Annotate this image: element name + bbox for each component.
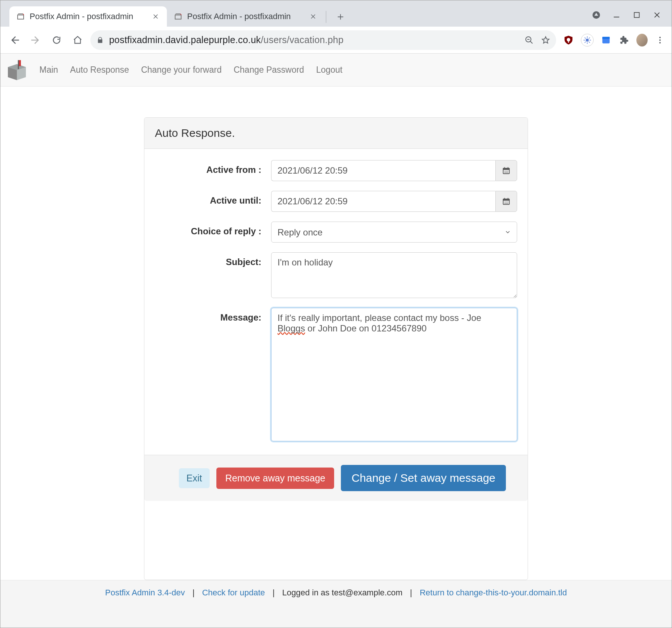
footer-version-link[interactable]: Postfix Admin 3.4-dev (105, 588, 185, 597)
textarea-subject[interactable]: I'm on holiday (271, 252, 517, 298)
favicon-icon (16, 12, 25, 21)
url-path: /users/vacation.php (261, 34, 344, 45)
lock-icon (96, 36, 104, 44)
window-close-icon[interactable] (652, 10, 662, 20)
panel-title: Auto Response. (155, 127, 517, 139)
url-text: postfixadmin.david.palepurple.co.uk/user… (109, 34, 344, 45)
panel-footer: Exit Remove away message Change / Set aw… (144, 455, 528, 501)
browser-tab[interactable]: Postfix Admin - postfixadmin (167, 6, 324, 27)
window-maximize-icon[interactable] (632, 10, 642, 20)
profile-avatar[interactable] (636, 34, 648, 46)
svg-line-11 (589, 42, 590, 43)
page-footer: Postfix Admin 3.4-dev | Check for update… (0, 580, 672, 628)
window-minimize-icon[interactable] (612, 10, 621, 20)
browser-tab-active[interactable]: Postfix Admin - postfixadmin (9, 6, 167, 27)
svg-rect-4 (568, 41, 569, 43)
svg-point-16 (659, 37, 661, 38)
label-message: Message: (155, 308, 271, 441)
extension-icon[interactable] (600, 34, 612, 46)
browser-toolbar: postfixadmin.david.palepurple.co.uk/user… (0, 27, 672, 54)
svg-rect-15 (602, 37, 610, 39)
message-text-suffix: or John Doe on 01234567890 (305, 323, 426, 333)
tab-title: Postfix Admin - postfixadmin (187, 12, 304, 21)
zoom-icon[interactable] (525, 36, 534, 45)
nav-link-change-password[interactable]: Change Password (231, 65, 307, 75)
svg-point-5 (586, 39, 589, 42)
datepicker-button[interactable] (495, 191, 517, 212)
svg-line-12 (585, 42, 586, 43)
submit-away-message-button[interactable]: Change / Set away message (341, 465, 506, 491)
svg-point-17 (659, 39, 661, 41)
footer-separator: | (410, 588, 412, 597)
favicon-icon (174, 12, 183, 21)
tab-close-icon[interactable] (151, 12, 160, 21)
svg-line-13 (589, 37, 590, 39)
svg-rect-19 (19, 60, 21, 66)
url-host: postfixadmin.david.palepurple.co.uk (109, 34, 261, 45)
svg-rect-28 (503, 199, 510, 201)
bookmark-star-icon[interactable] (541, 36, 550, 45)
remove-away-message-button[interactable]: Remove away message (216, 468, 334, 489)
input-active-until[interactable] (271, 191, 495, 212)
label-choice-of-reply: Choice of reply : (155, 222, 271, 243)
nav-link-main[interactable]: Main (36, 65, 61, 75)
tab-close-icon[interactable] (309, 12, 318, 21)
datepicker-button[interactable] (495, 160, 517, 181)
exit-button[interactable]: Exit (179, 468, 210, 488)
app-logo-icon (3, 57, 30, 84)
svg-point-18 (659, 42, 661, 43)
app-navbar: Main Auto Response Change your forward C… (0, 54, 672, 87)
footer-check-update-link[interactable]: Check for update (202, 588, 265, 597)
footer-return-link[interactable]: Return to change-this-to-your.domain.tld (420, 588, 567, 597)
svg-line-10 (585, 37, 586, 39)
nav-forward-icon (27, 32, 44, 48)
footer-separator: | (192, 588, 195, 597)
new-tab-button[interactable] (332, 9, 349, 25)
browser-titlebar: Postfix Admin - postfixadmin Postfix Adm… (0, 0, 672, 27)
svg-rect-1 (634, 12, 639, 17)
label-active-from: Active from : (155, 160, 271, 181)
nav-link-change-forward[interactable]: Change your forward (138, 65, 225, 75)
extensions-menu-icon[interactable] (618, 34, 630, 46)
input-active-from[interactable] (271, 160, 495, 181)
calendar-icon (502, 166, 510, 175)
tab-separator (326, 11, 326, 23)
nav-back-icon[interactable] (6, 32, 23, 48)
svg-rect-20 (18, 60, 19, 69)
nav-reload-icon[interactable] (48, 32, 65, 48)
footer-separator: | (273, 588, 275, 597)
calendar-icon (502, 197, 510, 205)
chrome-account-icon[interactable] (591, 10, 601, 20)
message-text-spellword: Bloggs (278, 323, 305, 333)
extension-icon[interactable] (581, 34, 594, 46)
tab-title: Postfix Admin - postfixadmin (30, 12, 147, 21)
nav-home-icon[interactable] (69, 32, 86, 48)
select-choice-of-reply[interactable]: Reply once (271, 222, 517, 243)
svg-rect-22 (503, 168, 510, 170)
svg-point-3 (567, 38, 570, 41)
footer-logged-in: Logged in as test@example.com (282, 588, 403, 597)
auto-response-panel: Auto Response. Active from : (144, 117, 528, 580)
nav-link-auto-response[interactable]: Auto Response (67, 65, 132, 75)
label-active-until: Active until: (155, 191, 271, 212)
nav-link-logout[interactable]: Logout (313, 65, 345, 75)
message-text-prefix: If it's really important, please contact… (278, 313, 481, 323)
panel-heading: Auto Response. (144, 118, 528, 149)
label-subject: Subject: (155, 252, 271, 298)
browser-menu-icon[interactable] (654, 34, 666, 46)
address-bar[interactable]: postfixadmin.david.palepurple.co.uk/user… (90, 30, 556, 50)
ublock-extension-icon[interactable] (563, 34, 574, 46)
textarea-message[interactable]: If it's really important, please contact… (271, 308, 517, 441)
